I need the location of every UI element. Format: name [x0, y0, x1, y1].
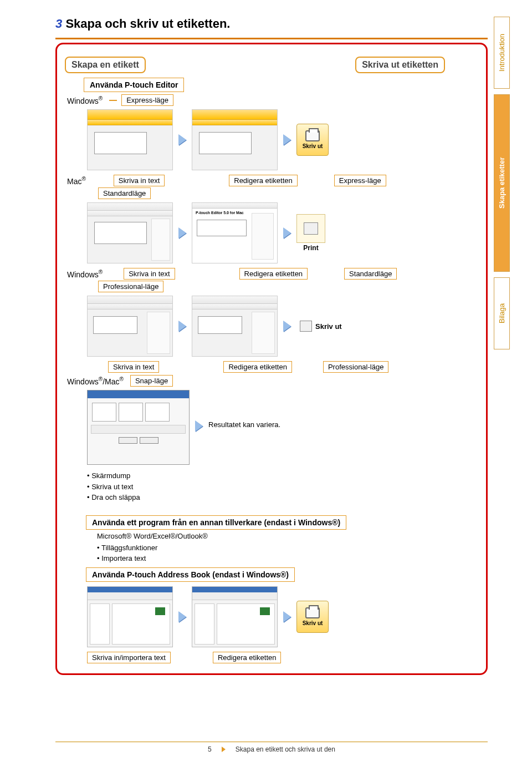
print-label-pill: Skriva ut etiketten	[355, 57, 445, 73]
mode-professional: Professional-läge	[98, 281, 163, 292]
screenshot-snap-dialog	[87, 390, 190, 465]
arrow-icon	[195, 420, 203, 432]
label-write-text-1: Skriva in text	[114, 175, 165, 186]
label-edit-2: Redigera etiketten	[239, 268, 308, 280]
print-button-express[interactable]: Skriv ut	[296, 124, 329, 156]
arrow-icon	[178, 134, 186, 145]
other-program-sub: Microsoft® Word/Excel®/Outlook®	[97, 532, 478, 540]
printer-icon	[305, 607, 320, 618]
step-title-text: Skapa och skriv ut etiketten.	[65, 17, 230, 31]
label-edit-3: Redigera etiketten	[223, 361, 292, 373]
screenshot-ab-1	[87, 586, 173, 647]
footer-text: Skapa en etikett och skriva ut den	[236, 745, 335, 753]
print-caption: Print	[303, 244, 318, 252]
flowchart-box: Skapa en etikett Skriva ut etiketten Anv…	[55, 43, 488, 675]
page-number: 5	[208, 745, 212, 753]
divider	[55, 38, 488, 39]
printer-icon	[304, 222, 318, 235]
mode-professional-r: Professional-läge	[323, 361, 388, 373]
printer-icon	[300, 321, 312, 332]
mode-express-r: Express-läge	[334, 175, 386, 186]
label-write-text-3: Skriva in text	[108, 361, 159, 373]
mode-express: Express-läge	[121, 94, 173, 106]
label-edit-1: Redigera etiketten	[229, 175, 298, 186]
step-heading: 3 Skapa och skriv ut etiketten.	[55, 17, 488, 31]
address-book-box: Använda P-touch Address Book (endast i W…	[86, 567, 295, 582]
print-button-ab[interactable]: Skriv ut	[296, 601, 329, 633]
step-number: 3	[55, 17, 62, 31]
os-mac: Mac®	[65, 176, 88, 186]
printer-icon	[305, 130, 320, 141]
os-winmac: Windows®/Mac®	[65, 376, 126, 386]
os-windows-2: Windows®	[65, 269, 105, 279]
print-button-mac[interactable]	[296, 214, 325, 243]
other-bullets: Tilläggsfunktioner Importera text	[97, 542, 478, 564]
screenshot-mac-dialog: P-touch Editor 5.0 for Mac	[192, 202, 278, 263]
arrow-icon	[178, 611, 186, 622]
label-write-text-2: Skriva in text	[124, 268, 175, 280]
screenshot-ab-2	[192, 586, 278, 647]
arrow-icon	[283, 611, 291, 622]
screenshot-express-1	[87, 109, 173, 170]
arrow-icon	[283, 227, 291, 239]
tab-bilaga[interactable]: Bilaga	[494, 277, 510, 349]
label-write-import: Skriva in/importera text	[87, 652, 171, 663]
mode-snap: Snap-läge	[130, 375, 173, 387]
create-label-pill: Skapa en etikett	[65, 57, 146, 73]
tab-introduktion[interactable]: Introduktion	[494, 17, 510, 89]
tab-skapa-etiketter[interactable]: Skapa etiketter	[494, 94, 510, 272]
snap-bullets: Skärmdump Skriva ut text Dra och släppa	[87, 470, 190, 503]
triangle-icon	[222, 747, 226, 752]
os-windows: Windows®	[65, 95, 105, 105]
screenshot-pro-2	[192, 296, 278, 357]
side-tabs: Introduktion Skapa etiketter Bilaga	[494, 17, 510, 349]
other-program-box: Använda ett program från en annan tillve…	[86, 515, 346, 530]
screenshot-mac-1	[87, 202, 173, 263]
screenshot-express-2	[192, 109, 278, 170]
using-ptouch-box: Använda P-touch Editor	[84, 78, 184, 92]
print-button-pro[interactable]: Skriv ut	[296, 319, 345, 333]
screenshot-pro-1	[87, 296, 173, 357]
mode-standard: Standardläge	[98, 187, 151, 199]
arrow-icon	[283, 321, 291, 332]
result-vary-note: Resultatet kan variera.	[208, 420, 280, 429]
mode-standard-r: Standardläge	[344, 268, 397, 280]
arrow-icon	[283, 134, 291, 145]
label-edit-4: Redigera etiketten	[213, 652, 282, 663]
arrow-icon	[178, 227, 186, 239]
footer: 5 Skapa en etikett och skriva ut den	[55, 742, 488, 753]
arrow-icon	[178, 321, 186, 332]
